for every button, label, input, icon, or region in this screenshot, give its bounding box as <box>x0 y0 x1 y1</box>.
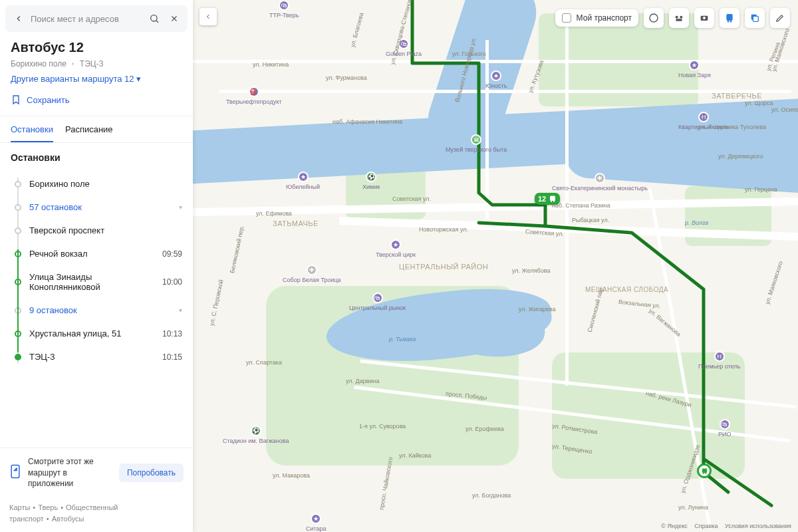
poi-zarya[interactable]: ★Новая Заря <box>678 60 711 78</box>
chevron-right-icon <box>70 61 76 66</box>
street-label: ул. Макарова <box>273 472 310 479</box>
svg-rect-5 <box>702 468 706 473</box>
stop-item[interactable]: ТЭЦ-310:15 <box>15 345 182 368</box>
crumb-sep: • <box>33 503 35 511</box>
poi-sobor[interactable]: ✚Собор Белая Троица <box>283 265 341 283</box>
stop-item[interactable]: Борихино поле <box>15 172 182 196</box>
street-label: ул. Деревицкого <box>718 153 763 160</box>
poi-yubil[interactable]: ★Юбилейный <box>286 172 320 190</box>
save-button[interactable]: Сохранить <box>11 94 70 105</box>
route-to: ТЭЦ-3 <box>80 59 104 68</box>
poi-sitara[interactable]: ★Ситара <box>306 513 327 532</box>
stop-item[interactable]: Хрустальная улица, 5110:13 <box>15 322 182 345</box>
poi-premier[interactable]: HПремьер отель <box>698 351 740 370</box>
street-label: ул. Никитина <box>253 61 289 68</box>
stop-item[interactable]: Улица Зинаиды Коноплянниковой10:00 <box>15 265 182 299</box>
district-label: ЦЕНТРАЛЬНЫЙ РАЙОН <box>399 263 488 271</box>
crumb[interactable]: Автобусы <box>52 515 84 523</box>
stops-heading: Остановки <box>11 152 182 163</box>
poi-stadium[interactable]: ⚽Стадион им. Вагжанова <box>223 426 289 444</box>
tool-events[interactable] <box>669 8 689 28</box>
route-variants-link[interactable]: Другие варианты маршрута 12 <box>11 74 182 84</box>
stop-item[interactable]: Тверской проспект <box>15 219 182 242</box>
checkbox-icon <box>562 13 571 23</box>
stop-list: Борихино поле57 остановок▾Тверской просп… <box>15 172 182 368</box>
poi-chimik[interactable]: ⚽Химик <box>362 172 380 190</box>
street-label: Рыбацкая ул. <box>572 217 609 223</box>
copyright-brand[interactable]: © Яндекс <box>661 523 687 529</box>
bus-marker[interactable] <box>697 464 712 478</box>
copyright-help[interactable]: Справка <box>694 523 718 529</box>
stop-item[interactable]: 57 остановок▾ <box>15 196 182 219</box>
svg-rect-2 <box>550 196 555 201</box>
svg-point-16 <box>730 21 732 23</box>
street-label: ул. Жигарева <box>519 306 556 313</box>
search-input[interactable] <box>31 14 142 24</box>
search-icon[interactable] <box>146 9 162 28</box>
stop-collapse-link: 57 остановок <box>29 202 175 212</box>
my-transport-label: Мой транспорт <box>577 13 632 23</box>
street-label: ул. Лунина <box>678 504 708 511</box>
svg-rect-14 <box>726 14 732 21</box>
stop-dot <box>15 354 21 360</box>
copyright: © Яндекс Справка Условия использования <box>656 523 791 529</box>
street-label: 1-я ул. Суворова <box>359 423 406 430</box>
svg-rect-18 <box>753 16 758 21</box>
chevron-down-icon: ▾ <box>179 203 182 211</box>
promo-button[interactable]: Попробовать <box>119 464 184 482</box>
stop-dot <box>15 204 21 211</box>
poi-rio[interactable]: 🛍РИО <box>718 419 731 438</box>
svg-point-13 <box>703 17 706 19</box>
stop-time: 10:00 <box>162 277 182 287</box>
close-icon[interactable] <box>166 9 182 28</box>
save-label: Сохранить <box>27 95 70 105</box>
crumb[interactable]: Карты <box>9 503 30 511</box>
tool-street-view[interactable] <box>694 8 714 28</box>
crumb-sep: • <box>47 515 49 523</box>
search-box <box>5 5 188 32</box>
street-label: ул. Спартака <box>246 359 282 366</box>
stop-item[interactable]: 9 остановок▾ <box>15 299 182 322</box>
copyright-terms[interactable]: Условия использования <box>725 523 791 529</box>
phone-icon <box>9 464 21 481</box>
stop-dot <box>15 181 21 188</box>
stop-time: 10:13 <box>162 329 182 338</box>
crumb-sep: • <box>61 503 63 511</box>
poi-unost[interactable]: ★Юность <box>485 70 507 89</box>
poi-monastery[interactable]: ✚Свято-Екатерининский монастырь <box>552 173 648 192</box>
street-label: ул. Фурманова <box>326 74 367 81</box>
street-label: Новоторжская ул. <box>419 226 468 233</box>
layer-toolbar: Мой транспорт <box>555 8 790 28</box>
stop-name: Улица Зинаиды Коноплянниковой <box>29 272 162 292</box>
map-canvas[interactable]: 12 ЦЕНТРАЛЬНЫЙ РАЙОН ЗАТЬМАЧЬЕ ЗАТВЕРЕЧЬ… <box>193 0 798 532</box>
stop-item[interactable]: Речной вокзал09:59 <box>15 242 182 265</box>
tool-layers[interactable] <box>745 8 765 28</box>
chevron-down-icon: ▾ <box>179 307 182 314</box>
street-label: ул. Осипенко <box>771 106 798 113</box>
tool-transit[interactable] <box>720 8 739 28</box>
poi-market[interactable]: 🛍Центральный рынок <box>349 293 406 311</box>
street-label: ул. Щорса <box>745 100 773 106</box>
street-label: наб. Афанасия Никитина <box>332 118 402 125</box>
tab-stops[interactable]: Остановки <box>11 116 53 142</box>
svg-rect-11 <box>676 19 682 21</box>
street-label: ул. Желябова <box>512 267 550 274</box>
crumb[interactable]: Тверь <box>38 503 58 511</box>
poi-circus[interactable]: ★Тверской цирк <box>376 239 416 258</box>
collapse-sidebar-button[interactable] <box>200 8 217 25</box>
svg-point-0 <box>151 15 157 21</box>
district-label: ЗАТЬМАЧЬЕ <box>273 219 319 227</box>
poi-neft[interactable]: ⛽Тверьнефтепродукт <box>226 86 281 105</box>
svg-point-6 <box>702 473 704 474</box>
route-badge-number: 12 <box>538 195 546 203</box>
stop-name: ТЭЦ-3 <box>29 352 162 362</box>
tab-schedule[interactable]: Расписание <box>65 116 113 142</box>
poi-museum[interactable]: 🏛Музей тверского быта <box>446 134 507 153</box>
back-icon[interactable] <box>11 9 27 28</box>
my-transport-toggle[interactable]: Мой транспорт <box>555 9 638 27</box>
river-label: р. Волга <box>685 219 708 226</box>
poi-ttr[interactable]: 🛍ТТР-Тверь <box>269 0 299 19</box>
tool-traffic[interactable] <box>644 8 664 28</box>
street-label: наб. Степана Разина <box>552 202 610 209</box>
tool-edit[interactable] <box>770 8 790 28</box>
